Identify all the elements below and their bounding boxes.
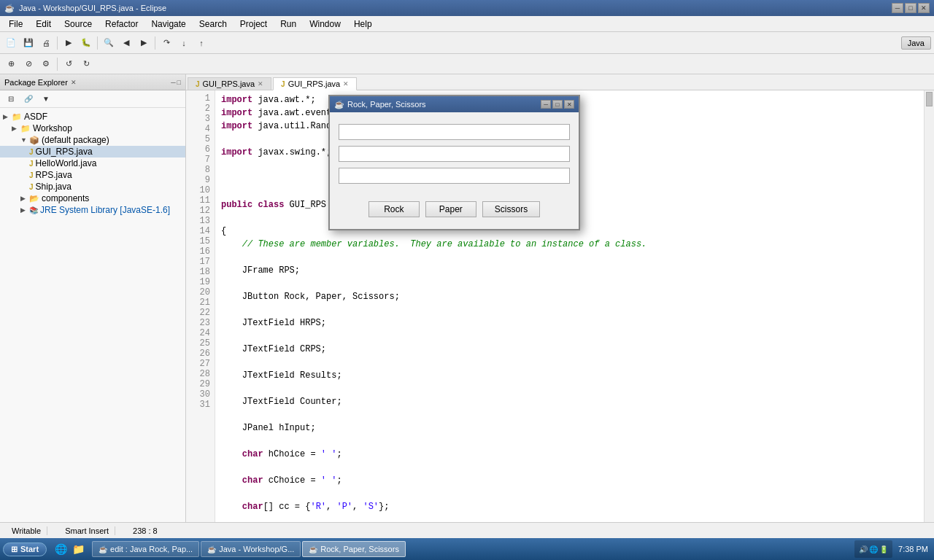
tree-item-rps[interactable]: J RPS.java [0,169,185,181]
sep2 [97,36,98,50]
dialog-textfield-3[interactable] [339,168,570,184]
tree-item-gui-rps[interactable]: J GUI_RPS.java [0,146,185,158]
dialog-textfield-2[interactable] [339,146,570,162]
taskbar-time: 7:38 PM [895,545,931,553]
explorer-minimize-btn[interactable]: ─ [171,79,175,86]
start-label: Start [20,545,39,553]
tray-icon-3: 🔋 [879,545,888,553]
taskbar-item-0[interactable]: ☕ edit : Java Rock, Pap... [92,541,199,557]
step-into-button[interactable]: ↓ [176,35,192,51]
menu-search[interactable]: Search [193,18,233,31]
editor-scrollbar[interactable] [924,90,934,538]
tree-item-helloworld[interactable]: J HelloWorld.java [0,158,185,169]
jre-toggle[interactable]: ▶ [20,206,29,214]
comp-icon: 📂 [29,194,39,203]
jre-label: JRE System Library [JavaSE-1.6] [40,205,170,215]
dialog-minimize-btn[interactable]: ─ [541,100,551,109]
run-button[interactable]: ▶ [61,35,77,51]
maximize-button[interactable]: □ [905,3,916,13]
menu-source[interactable]: Source [58,18,98,31]
new-button[interactable]: 📄 [3,35,19,51]
search-button[interactable]: 🔍 [101,35,117,51]
taskbar-ie-icon[interactable]: 🌐 [53,541,69,557]
scrollbar-thumb[interactable] [926,92,933,106]
dialog-textfield-1[interactable] [339,124,570,140]
menu-edit[interactable]: Edit [30,18,57,31]
menu-project[interactable]: Project [234,18,273,31]
menu-window[interactable]: Window [304,18,347,31]
hw-icon: J [29,160,34,168]
tab1-close[interactable]: ✕ [343,80,349,88]
start-button[interactable]: ⊞ Start [3,542,47,556]
status-insert-mode: Smart Insert [59,526,115,535]
system-tray[interactable]: 🔊 🌐 🔋 [854,540,892,558]
title-bar-buttons[interactable]: ─ □ ✕ [892,3,930,13]
print-button[interactable]: 🖨 [38,35,54,51]
main-toolbar: 📄 💾 🖨 ▶ 🐛 🔍 ◀ ▶ ↷ ↓ ↑ Java [0,32,934,54]
scissors-button[interactable]: Scissors [482,201,540,217]
pkg-icon: 📦 [29,136,39,145]
tab1-label: GUI_RPS.java [288,79,341,88]
tree-item-ship[interactable]: J Ship.java [0,181,185,192]
tree-item-default-package[interactable]: ▼ 📦 (default package) [0,134,185,146]
debug-button[interactable]: 🐛 [78,35,94,51]
save-button[interactable]: 💾 [20,35,36,51]
link-editor-btn[interactable]: 🔗 [20,91,36,107]
step-over-button[interactable]: ↷ [158,35,174,51]
title-bar-left: ☕ Java - Workshop/GUI_RPS.java - Eclipse [4,4,166,13]
workshop-icon: 📁 [20,124,31,133]
editor-tab-1[interactable]: J GUI_RPS.java ✕ [273,77,357,90]
taskbar-item-1-label: Java - Workshop/G... [219,545,294,553]
tree-item-jre[interactable]: ▶ 📚 JRE System Library [JavaSE-1.6] [0,204,185,216]
toolbar2-btn3[interactable]: ⚙ [38,56,54,72]
menu-file[interactable]: File [3,18,28,31]
workshop-toggle[interactable]: ▶ [12,125,20,132]
close-button[interactable]: ✕ [918,3,930,13]
taskbar-item-2[interactable]: ☕ Rock, Paper, Scissors [302,541,406,557]
tray-icon-1: 🔊 [859,545,868,553]
taskbar-item-1[interactable]: ☕ Java - Workshop/G... [201,541,301,557]
tree-item-asdf[interactable]: ▶ 📁 ASDF [0,111,185,122]
window-title: Java - Workshop/GUI_RPS.java - Eclipse [19,4,166,12]
gui-rps-icon: J [29,148,34,156]
rps-label: RPS.java [36,170,72,180]
toolbar2-btn1[interactable]: ⊕ [3,56,19,72]
explorer-menu-btn[interactable]: ▼ [38,91,54,107]
asdf-toggle[interactable]: ▶ [3,113,12,120]
back-button[interactable]: ◀ [118,35,134,51]
taskbar-item-0-label: edit : Java Rock, Pap... [110,545,193,553]
menu-refactor[interactable]: Refactor [99,18,144,31]
toolbar2-btn4[interactable]: ↺ [61,56,77,72]
minimize-button[interactable]: ─ [892,3,903,13]
menu-run[interactable]: Run [274,18,302,31]
rock-button[interactable]: Rock [368,201,420,217]
explorer-header-btns[interactable]: ─ □ [171,79,181,86]
explorer-title: Package Explorer [4,78,68,87]
explorer-maximize-btn[interactable]: □ [177,79,181,86]
menu-help[interactable]: Help [348,18,378,31]
tab0-close[interactable]: ✕ [258,80,263,88]
toolbar2-btn5[interactable]: ↻ [78,56,94,72]
taskbar-item-2-label: Rock, Paper, Scissors [320,545,399,553]
explorer-toolbar: ⊟ 🔗 ▼ [0,90,185,108]
line-numbers: 1 2 3 4 5 6 7 8 9 10 11 12 13 14 15 16 1… [186,90,215,538]
menu-navigate[interactable]: Navigate [145,18,191,31]
ship-icon: J [29,183,34,191]
dialog-title-buttons[interactable]: ─ □ ✕ [541,100,574,109]
dialog-close-btn[interactable]: ✕ [564,100,574,109]
editor-tab-0[interactable]: J GUI_RPS.java ✕ [188,77,271,90]
java-perspective-badge[interactable]: Java [901,36,931,50]
tree-item-components[interactable]: ▶ 📂 components [0,192,185,204]
comp-toggle[interactable]: ▶ [20,195,29,202]
pkg-toggle[interactable]: ▼ [20,136,29,144]
toolbar2-btn2[interactable]: ⊘ [20,56,36,72]
forward-button[interactable]: ▶ [136,35,152,51]
step-out-button[interactable]: ↑ [193,35,209,51]
paper-button[interactable]: Paper [425,201,476,217]
collapse-all-btn[interactable]: ⊟ [3,91,19,107]
dialog-maximize-btn[interactable]: □ [552,100,563,109]
tray-icon-2: 🌐 [869,545,878,553]
taskbar-folder-icon[interactable]: 📁 [70,541,86,557]
tree-item-workshop[interactable]: ▶ 📁 Workshop [0,122,185,134]
explorer-close-x[interactable]: ✕ [71,79,77,86]
